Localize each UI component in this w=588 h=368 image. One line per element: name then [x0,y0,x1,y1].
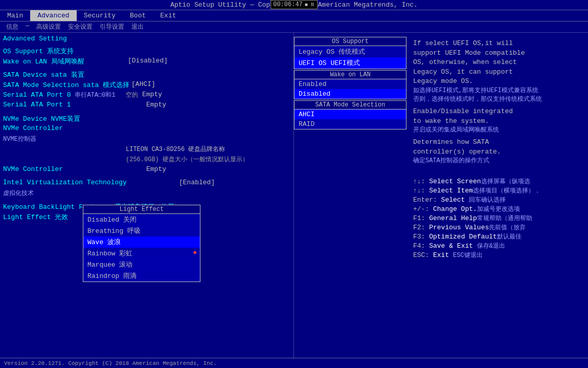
main-layout: Advanced Setting OS Support 系统支持 Wake on… [0,33,588,364]
title-bar: Aptio Setup Utility — Copyright 2018 Ame… [0,0,588,10]
virt-cn: 虚拟化技术 [3,189,34,198]
wake-lan-popup-title: Wake on LAN [295,71,406,79]
menu-item-exit[interactable]: Exit [153,10,183,21]
help-line-cn-1: 如选择UEFI模式,那将支持UEFI模式兼容系统 [413,86,584,95]
sata-mode-ahci[interactable]: AHCI [295,110,406,119]
nvme-device-label: NVMe Device NVME装置 [3,114,126,123]
help-line-1: If select UEFI OS,it will [413,39,584,48]
nvme-controller2-value: Empty [146,165,166,173]
os-support-popup: OS Support Legacy OS 传统模式 UEFI OS UEFI模式 [294,37,406,69]
nvme-value: LITEON CA3-8D256 硬盘品牌名称 [126,145,225,154]
sata-mode-popup: SATA Mode Selection AHCI RAID [294,100,406,129]
right-panel: If select UEFI OS,it will support UEFI M… [409,37,588,262]
virt-row[interactable]: Intel Virtualization Technology [Enabled… [3,179,290,188]
serial-ata-0-value: Empty [142,91,162,98]
serial-ata-0-cn: 串行ATA□0和1 [75,92,115,99]
os-support-legacy[interactable]: Legacy OS 传统模式 [295,46,406,57]
help-line-6: Enable/Disable integrated [413,107,584,116]
advanced-section-title: Advanced Setting [3,35,67,42]
wake-lan-label: Wake on LAN 局域网唤醒 [3,57,126,66]
cn-menu-advanced: 高级设置 [34,23,63,31]
key-change-opt: +/-: Change Opt.加减号更改选项 [413,205,584,213]
virt-value: [Enabled] [179,179,215,186]
nvme-controller-cn: NVME控制器 [3,135,126,143]
sata-device-row: SATA Device sata 装置 [3,70,290,79]
nvme-cn-row: NVME控制器 [3,135,290,144]
status-bar: Version 2.20.1271. Copyright (C) 2018 Am… [0,358,588,368]
light-effect-disabled[interactable]: Disabled 关闭 [83,214,200,225]
sata-mode-label: SATA Mode Selection sata 模式选择 [3,80,129,90]
key-f2: F2: Previous Values先前值（放弃 [413,223,584,232]
help-line-2: support UEFI Mode compatible [413,49,584,58]
sata-mode-value: [AHCI] [131,80,155,88]
menu-item-main[interactable]: Main [0,10,30,21]
nvme-controller2-row: NVMe Controller Empty [3,165,290,175]
key-f3: F3: Optimized Default默认最佳 [413,232,584,241]
light-effect-breathing[interactable]: Breathing 呼吸 [83,225,200,236]
wake-lan-disabled[interactable]: Disabled [295,89,406,99]
os-support-label: OS Support 系统支持 [3,47,126,56]
nvme-controller-label: NVMe Controller [3,124,126,132]
cn-menu-separator3: 引导设置 [98,23,126,31]
light-effect-popup-title: Light Effect [83,205,200,214]
cn-menu-info: 信息 [4,23,20,31]
virt-cn-row: 虚拟化技术 [3,189,290,198]
os-support-popup-title: OS Support [295,37,406,46]
help-line-9: controller(s) operate. [413,147,584,157]
nvme-controller-row: NVMe Controller [3,124,290,134]
nvme-size: (256.0GB) 硬盘大小（一般情况默认显示） [126,155,248,164]
popup-area: OS Support Legacy OS 传统模式 UEFI OS UEFI模式… [294,37,409,129]
serial-note: 空的 [126,91,138,99]
light-effect-marquee[interactable]: Marquee 滚动 [83,259,200,270]
key-f1: F1: General Help常规帮助（通用帮助 [413,214,584,223]
menu-item-boot[interactable]: Boot [123,10,153,21]
key-f4: F4: Save & Exit 保存&退出 [413,242,584,250]
key-esc: ESC: Exit ESC键退出 [413,251,584,259]
os-support-row[interactable]: OS Support 系统支持 [3,47,290,56]
key-help: ↑↓: Select Screen选择屏幕（纵项选 ↑↓: Select Ite… [413,177,584,259]
help-line-3: OS, otherwise, when select [413,58,584,67]
timer-badge: 00:06:47 ■ ⏸ [270,0,318,9]
os-support-uefi[interactable]: UEFI OS UEFI模式 [295,57,406,69]
help-line-cn-2: 否则，选择传统模式时，那仅支持传统模式系统 [413,95,584,103]
key-enter: Enter: Select 回车确认选择 [413,196,584,204]
serial-ata-1-label: Serial ATA Port 1 [3,101,126,109]
sata-mode-popup-title: SATA Mode Selection [295,101,406,110]
wake-lan-row[interactable]: Wake on LAN 局域网唤醒 [Disabled] [3,57,290,66]
pause-icon: ⏸ [310,2,315,8]
sata-mode-row[interactable]: SATA Mode Selection sata 模式选择 [AHCI] [3,80,290,90]
help-line-4: Legacy OS, it can support [413,68,584,77]
help-line-cn-3: 开启或关闭集成局域网唤醒系统 [413,126,584,134]
sata-device-label: SATA Device sata 装置 [3,70,126,79]
serial-ata-0-label: Serial ATA Port 0 串行ATA□0和1 [3,91,126,99]
nvme-device-row: NVMe Device NVME装置 [3,114,290,123]
cn-menu-separator1: — [24,23,31,31]
light-effect-rainbow[interactable]: Rainbow 彩虹 ● [83,248,200,259]
nvme-size-row: (256.0GB) 硬盘大小（一般情况默认显示） [3,155,290,164]
help-line-5: Legacy mode OS. [413,77,584,86]
left-panel: Advanced Setting OS Support 系统支持 Wake on… [0,33,294,364]
status-text: Version 2.20.1271. Copyright (C) 2018 Am… [4,360,217,366]
light-effect-wave[interactable]: Wave 波浪 [83,236,200,248]
nvme-controller2-label: NVMe Controller [3,165,126,173]
menu-bar-cn: 信息 — 高级设置 安全设置 引导设置 退出 [0,21,588,33]
menu-item-advanced[interactable]: Advanced [30,10,76,21]
nvme-value-row: LITEON CA3-8D256 硬盘品牌名称 [3,145,290,154]
serial-ata-0-row: Serial ATA Port 0 串行ATA□0和1 空的 Empty [3,91,290,100]
light-effect-popup: Light Effect Disabled 关闭 Breathing 呼吸 Wa… [83,205,200,282]
light-effect-raindrop[interactable]: Raindrop 雨滴 [83,270,200,282]
virt-label: Intel Virtualization Technology [3,179,177,186]
serial-ata-1-value: Empty [146,101,166,109]
wake-lan-enabled[interactable]: Enabled [295,79,406,89]
cn-menu-separator2: 安全设置 [66,23,95,31]
wake-lan-popup: Wake on LAN Enabled Disabled [294,70,406,99]
help-line-7: to wake the system. [413,117,584,126]
help-line-8: Determines how SATA [413,138,584,147]
key-select-item: ↑↓: Select Item选择项目（横项选择）， [413,186,584,195]
menu-item-security[interactable]: Security [77,10,123,21]
key-select-screen: ↑↓: Select Screen选择屏幕（纵项选 [413,177,584,186]
wake-lan-value: [Disabled] [128,57,168,64]
menu-bar: Main Advanced Security Boot Exit [0,10,588,21]
advanced-heading-row: Advanced Setting [3,35,290,44]
sata-mode-raid[interactable]: RAID [295,119,406,129]
